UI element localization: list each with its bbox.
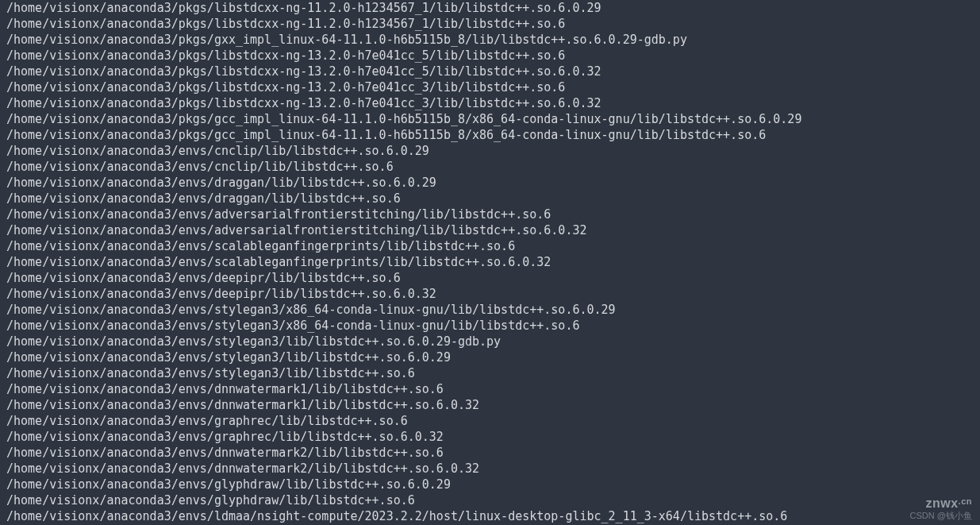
terminal-line: /home/visionx/anaconda3/envs/dnnwatermar…	[6, 445, 974, 461]
terminal-line: /home/visionx/anaconda3/envs/adversarial…	[6, 207, 974, 222]
terminal-line: /home/visionx/anaconda3/pkgs/libstdcxx-n…	[6, 48, 974, 64]
terminal-line: /home/visionx/anaconda3/envs/ldmaa/nsigh…	[6, 508, 974, 524]
terminal-output[interactable]: /home/visionx/anaconda3/pkgs/libstdcxx-n…	[0, 0, 980, 524]
terminal-line: /home/visionx/anaconda3/envs/adversarial…	[6, 222, 974, 238]
terminal-line: /home/visionx/anaconda3/envs/dnnwatermar…	[6, 397, 974, 413]
terminal-line: /home/visionx/anaconda3/pkgs/libstdcxx-n…	[6, 64, 974, 79]
terminal-line: /home/visionx/anaconda3/envs/deepipr/lib…	[6, 286, 974, 302]
terminal-line: /home/visionx/anaconda3/envs/stylegan3/x…	[6, 318, 974, 334]
terminal-line: /home/visionx/anaconda3/envs/stylegan3/l…	[6, 349, 974, 365]
terminal-line: /home/visionx/anaconda3/envs/dnnwatermar…	[6, 381, 974, 397]
terminal-line: /home/visionx/anaconda3/envs/glyphdraw/l…	[6, 492, 974, 508]
watermark-logo: znwx.cn	[925, 496, 972, 511]
terminal-line: /home/visionx/anaconda3/pkgs/gcc_impl_li…	[6, 127, 974, 143]
terminal-line: /home/visionx/anaconda3/envs/dnnwatermar…	[6, 461, 974, 477]
terminal-line: /home/visionx/anaconda3/pkgs/libstdcxx-n…	[6, 16, 974, 32]
terminal-line: /home/visionx/anaconda3/envs/stylegan3/x…	[6, 302, 974, 318]
terminal-line: /home/visionx/anaconda3/pkgs/libstdcxx-n…	[6, 95, 974, 111]
terminal-line: /home/visionx/anaconda3/envs/stylegan3/l…	[6, 365, 974, 381]
terminal-line: /home/visionx/anaconda3/envs/cnclip/lib/…	[6, 159, 974, 175]
terminal-line: /home/visionx/anaconda3/envs/graphrec/li…	[6, 429, 974, 445]
terminal-line: /home/visionx/anaconda3/pkgs/gxx_impl_li…	[6, 32, 974, 48]
watermark-author: CSDN @钱小鱼	[910, 510, 972, 522]
terminal-line: /home/visionx/anaconda3/pkgs/libstdcxx-n…	[6, 79, 974, 95]
terminal-line: /home/visionx/anaconda3/envs/deepipr/lib…	[6, 270, 974, 286]
terminal-line: /home/visionx/anaconda3/envs/draggan/lib…	[6, 175, 974, 191]
terminal-line: /home/visionx/anaconda3/envs/graphrec/li…	[6, 413, 974, 429]
terminal-line: /home/visionx/anaconda3/envs/draggan/lib…	[6, 191, 974, 207]
terminal-line: /home/visionx/anaconda3/envs/glyphdraw/l…	[6, 477, 974, 492]
terminal-line: /home/visionx/anaconda3/pkgs/libstdcxx-n…	[6, 0, 974, 16]
terminal-line: /home/visionx/anaconda3/envs/cnclip/lib/…	[6, 143, 974, 159]
terminal-line: /home/visionx/anaconda3/envs/scalablegan…	[6, 254, 974, 270]
watermark-logo-text: znwx	[925, 496, 958, 510]
terminal-line: /home/visionx/anaconda3/pkgs/gcc_impl_li…	[6, 111, 974, 127]
watermark-logo-suffix: .cn	[959, 496, 972, 506]
terminal-line: /home/visionx/anaconda3/envs/scalablegan…	[6, 238, 974, 254]
terminal-line: /home/visionx/anaconda3/envs/stylegan3/l…	[6, 334, 974, 349]
